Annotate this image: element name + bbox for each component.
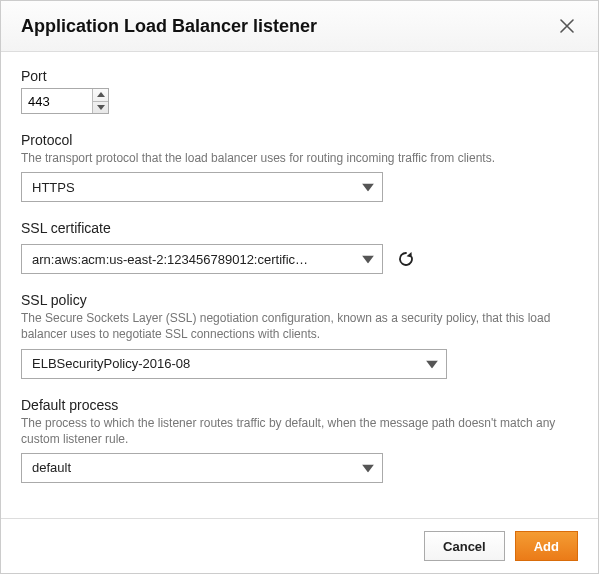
ssl-policy-help: The Secure Sockets Layer (SSL) negotiati… [21, 310, 578, 342]
default-process-help: The process to which the listener routes… [21, 415, 578, 447]
port-step-up[interactable] [93, 89, 108, 101]
port-spinner [92, 89, 108, 113]
chevron-down-icon [97, 105, 105, 110]
caret-down-icon [362, 252, 374, 267]
field-port: Port [21, 68, 578, 114]
protocol-help: The transport protocol that the load bal… [21, 150, 578, 166]
protocol-label: Protocol [21, 132, 578, 148]
refresh-icon [397, 250, 415, 268]
protocol-value: HTTPS [32, 180, 348, 195]
dialog-title: Application Load Balancer listener [21, 16, 317, 37]
refresh-certificates-button[interactable] [393, 246, 419, 272]
ssl-policy-select[interactable]: ELBSecurityPolicy-2016-08 [21, 349, 447, 379]
protocol-select[interactable]: HTTPS [21, 172, 383, 202]
field-protocol: Protocol The transport protocol that the… [21, 132, 578, 202]
ssl-certificate-label: SSL certificate [21, 220, 578, 236]
default-process-value: default [32, 460, 348, 475]
ssl-policy-label: SSL policy [21, 292, 578, 308]
ssl-policy-value: ELBSecurityPolicy-2016-08 [32, 356, 412, 371]
field-ssl-policy: SSL policy The Secure Sockets Layer (SSL… [21, 292, 578, 378]
chevron-up-icon [97, 92, 105, 97]
port-step-down[interactable] [93, 101, 108, 114]
dialog-body: Port Protocol The transport protocol tha… [1, 52, 598, 518]
default-process-label: Default process [21, 397, 578, 413]
ssl-certificate-select[interactable]: arn:aws:acm:us-east-2:123456789012:certi… [21, 244, 383, 274]
add-button[interactable]: Add [515, 531, 578, 561]
default-process-select[interactable]: default [21, 453, 383, 483]
caret-down-icon [426, 356, 438, 371]
ssl-certificate-value: arn:aws:acm:us-east-2:123456789012:certi… [32, 252, 348, 267]
close-button[interactable] [556, 15, 578, 37]
dialog-header: Application Load Balancer listener [1, 1, 598, 52]
field-ssl-certificate: SSL certificate arn:aws:acm:us-east-2:12… [21, 220, 578, 274]
port-label: Port [21, 68, 578, 84]
caret-down-icon [362, 180, 374, 195]
dialog-footer: Cancel Add [1, 518, 598, 573]
field-default-process: Default process The process to which the… [21, 397, 578, 483]
close-icon [560, 19, 574, 33]
caret-down-icon [362, 460, 374, 475]
cancel-button[interactable]: Cancel [424, 531, 505, 561]
